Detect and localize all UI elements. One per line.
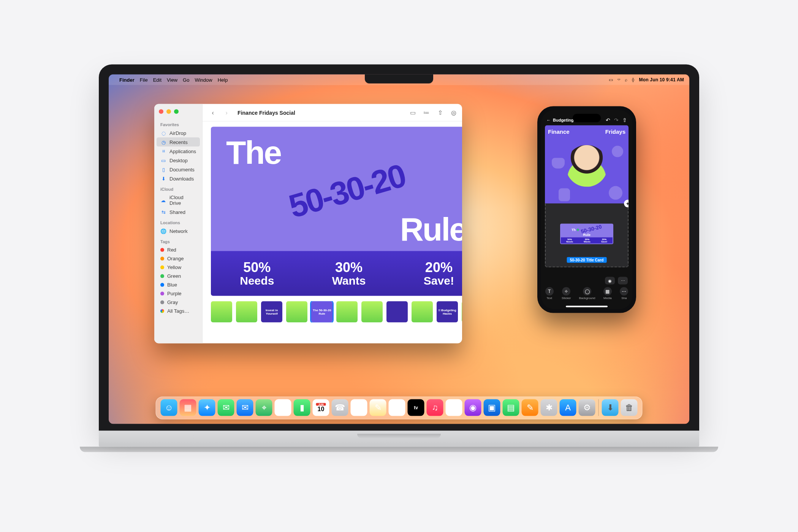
dock-app-finder[interactable]: ☺: [161, 399, 177, 416]
dock-app-facetime[interactable]: ▮: [294, 399, 310, 416]
thumbnail[interactable]: [336, 301, 358, 323]
menu-view[interactable]: View: [167, 77, 177, 82]
sidebar-item-recents[interactable]: ◷Recents: [157, 138, 200, 147]
redo-icon[interactable]: ↷: [614, 117, 619, 123]
dock-downloads[interactable]: ⬇: [602, 399, 619, 416]
dock-app-messages[interactable]: ✉: [218, 399, 234, 416]
gallery-preview-image[interactable]: The 50-30-20 Rule 50%Needs30%Wants20%Sav…: [211, 127, 462, 296]
undo-icon[interactable]: ↶: [606, 117, 610, 123]
dock-app-notes[interactable]: ✎: [370, 399, 386, 416]
more-icon[interactable]: ⋯: [618, 277, 628, 285]
iphone-back-icon[interactable]: ←: [546, 118, 551, 122]
dock-app-safari[interactable]: ✦: [199, 399, 215, 416]
mini-band-col: 20%Save!: [601, 238, 607, 242]
dock-trash[interactable]: 🗑: [621, 399, 638, 416]
thumbnail[interactable]: [211, 301, 232, 323]
sidebar-tag-green[interactable]: Green: [157, 272, 200, 280]
dock-app-contacts[interactable]: ☎: [332, 399, 348, 416]
sidebar-tag-red[interactable]: Red: [157, 245, 200, 254]
wifi-icon[interactable]: ⌔: [618, 77, 620, 82]
thumbnail[interactable]: [412, 301, 433, 323]
control-center-icon[interactable]: ⟠: [632, 77, 634, 82]
sidebar-item-label: Green: [167, 273, 181, 279]
thumbnail[interactable]: [361, 301, 383, 323]
thumbnail[interactable]: [462, 301, 462, 323]
macos-desktop[interactable]: Finder FileEditViewGoWindowHelp ▭ ⌔ ⌕ ⟠ …: [109, 74, 689, 424]
dock-app-photos[interactable]: ❀: [275, 399, 291, 416]
dock-app-tv[interactable]: tv: [408, 399, 424, 416]
minimize-button[interactable]: [166, 109, 171, 114]
dock-app-podcasts[interactable]: ◉: [465, 399, 481, 416]
home-indicator[interactable]: [566, 306, 608, 307]
dock-app-calendar[interactable]: JUN10: [313, 399, 329, 416]
iphone-tool-text[interactable]: TText: [545, 287, 554, 299]
dock-app-launchpad[interactable]: ▦: [180, 399, 196, 416]
dock-app-passwords[interactable]: ✱: [541, 399, 557, 416]
group-menu-icon[interactable]: ≔: [421, 108, 431, 117]
sidebar-item-documents[interactable]: ▯Documents: [157, 165, 200, 174]
thumbnail[interactable]: [236, 301, 257, 323]
dock-app-maps[interactable]: ⌖: [256, 399, 272, 416]
dock-app-pages[interactable]: ✎: [522, 399, 538, 416]
iphone-mirror[interactable]: ← Budgeting Edit ↶ ↷ ⇧ Finance Fridays: [537, 106, 636, 313]
window-controls: [157, 108, 200, 119]
thumbnail[interactable]: [286, 301, 307, 323]
overlay-text-right: Fridays: [605, 128, 625, 135]
sidebar-section-tags: Tags: [157, 236, 200, 245]
iphone-tool-media[interactable]: ▦Media: [603, 287, 612, 299]
tag-dot-icon: [160, 274, 164, 278]
iphone-screen: ← Budgeting Edit ↶ ↷ ⇧ Finance Fridays: [541, 110, 632, 309]
sidebar-tag-purple[interactable]: Purple: [157, 289, 200, 298]
visibility-icon[interactable]: ◉: [605, 277, 615, 285]
iphone-tool-sticker[interactable]: ✧Sticker: [562, 287, 571, 299]
sidebar-tag-gray[interactable]: Gray: [157, 298, 200, 307]
thumbnail[interactable]: The 50-30-20 Rule: [311, 301, 332, 323]
sidebar-item-network[interactable]: 🌐Network: [157, 226, 200, 236]
sidebar-item-downloads[interactable]: ⬇Downloads: [157, 174, 200, 183]
share-icon[interactable]: ⇧: [435, 108, 445, 117]
dock-app-mail[interactable]: ✉: [237, 399, 253, 416]
menubar-app-name[interactable]: Finder: [119, 77, 135, 82]
back-button[interactable]: ‹: [208, 108, 218, 117]
zoom-button[interactable]: [174, 109, 179, 114]
sidebar-tag-orange[interactable]: Orange: [157, 254, 200, 263]
thumbnail[interactable]: [386, 301, 408, 323]
iphone-share-icon[interactable]: ⇧: [622, 117, 627, 123]
close-button[interactable]: [159, 109, 163, 114]
sidebar-item-shared[interactable]: ⇆Shared: [157, 207, 200, 217]
thumbnail[interactable]: Invest in Yourself: [261, 301, 282, 323]
menu-window[interactable]: Window: [195, 77, 212, 82]
sidebar-tag-yellow[interactable]: Yellow: [157, 263, 200, 272]
dock-app-keynote[interactable]: ▣: [484, 399, 500, 416]
menu-go[interactable]: Go: [183, 77, 189, 82]
dragged-card[interactable]: Th ✚ 50-30-20 Rule 50%Needs30%Wants20%Sa…: [560, 223, 613, 244]
sidebar-tag-all-tags-[interactable]: All Tags…: [157, 307, 200, 315]
finder-window[interactable]: Favorites ◌AirDrop◷Recents⌗Applications▭…: [154, 104, 462, 344]
sidebar-item-applications[interactable]: ⌗Applications: [157, 147, 200, 156]
spotlight-icon[interactable]: ⌕: [625, 77, 627, 82]
iphone-canvas[interactable]: Finance Fridays Th ✚ 5: [545, 125, 629, 268]
iphone-tool-background[interactable]: ◯Background: [579, 287, 595, 299]
view-gallery-icon[interactable]: ▭: [408, 108, 418, 117]
dock-app-freeform[interactable]: 〰: [389, 399, 405, 416]
menu-file[interactable]: File: [140, 77, 148, 82]
battery-icon[interactable]: ▭: [609, 77, 613, 82]
tags-icon[interactable]: ◎: [449, 108, 459, 117]
menubar-clock[interactable]: Mon Jun 10 9:41 AM: [639, 77, 684, 82]
dock-app-news[interactable]: N: [446, 399, 462, 416]
sidebar-item-desktop[interactable]: ▭Desktop: [157, 156, 200, 165]
dock-app-settings[interactable]: ⚙: [579, 399, 595, 416]
sidebar-item-airdrop[interactable]: ◌AirDrop: [157, 128, 200, 138]
dock-app-appstore[interactable]: A: [560, 399, 576, 416]
sidebar-tag-blue[interactable]: Blue: [157, 280, 200, 289]
dock-app-music[interactable]: ♫: [427, 399, 443, 416]
iphone-tool-sha[interactable]: ⋯Sha: [620, 287, 628, 299]
tag-dot-icon: [160, 248, 164, 252]
dock-app-numbers[interactable]: ▤: [503, 399, 519, 416]
dock-app-reminders[interactable]: ≣: [351, 399, 367, 416]
thumbnail[interactable]: !! Budgeting Hacks: [437, 301, 458, 323]
sidebar-item-icloud-drive[interactable]: ☁iCloud Drive: [157, 193, 200, 207]
forward-button[interactable]: ›: [222, 108, 231, 117]
menu-edit[interactable]: Edit: [153, 77, 162, 82]
menu-help[interactable]: Help: [218, 77, 228, 82]
